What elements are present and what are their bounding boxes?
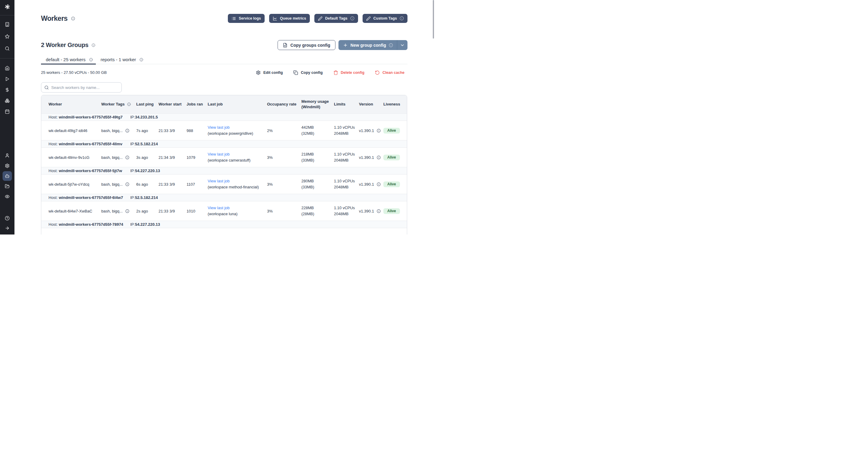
memory-total: 218MB [301,151,314,157]
sidebar-item-settings[interactable] [5,163,10,168]
occupancy-rate: 2% [267,128,301,133]
host-ip: IP:34.233.201.5 [130,115,158,119]
queue-metrics-button[interactable]: Queue metrics [269,14,310,23]
version-info[interactable] [377,156,381,159]
version-info[interactable] [377,129,381,133]
delete-config-button[interactable]: Delete config [333,70,365,75]
memory-usage: 228MB(28MB) [301,205,334,217]
column-header: Liveness [383,101,407,107]
worker-tags: bash, bigq... [101,209,136,213]
button-label: Service logs [239,16,261,21]
view-last-job-link[interactable]: View last job [208,206,230,210]
boxes-icon [5,98,10,103]
tab-reports[interactable]: reports - 1 worker [96,57,147,64]
sidebar-item-home[interactable] [5,66,10,70]
edit-config-button[interactable]: Edit config [256,70,283,75]
star-icon [5,34,10,39]
limits: 1.10 vCPUs2048MB [334,151,359,163]
worker-tags-text: bash, bigq... [101,128,123,133]
sidebar-item-resources[interactable] [5,98,10,103]
worker-tags-info[interactable] [125,129,129,133]
sidebar-item-folders[interactable] [5,184,10,189]
groups-header: 2 Worker GroupsCopy groups configNew gro… [41,40,407,50]
tab-default[interactable]: default - 25 workers [41,57,96,64]
host-ip: IP:52.5.182.214 [130,142,158,146]
copy-config-button[interactable]: Copy config [293,70,322,75]
column-label: Jobs ran [187,101,203,107]
version-info[interactable] [377,209,381,213]
tab-info[interactable] [140,58,143,61]
tab-label: default - 25 workers [46,57,86,62]
host-row: Host: windmill-workers-67757d55f-78974IP… [41,221,407,228]
worker-name: wk-default-5jt7w-oYdcq [49,182,101,187]
view-last-job-link[interactable]: View last job [208,179,230,183]
sidebar-item-users[interactable] [5,153,10,158]
info-icon [377,209,381,213]
host-ip-value: 54.227.220.13 [135,168,160,173]
column-label: Last ping [136,101,154,107]
sidebar-item-variables[interactable] [5,87,10,92]
button-label: Default Tags [325,16,347,21]
column-label: Limits [334,101,345,107]
page-header: WorkersService logsQueue metricsDefault … [41,14,407,23]
view-last-job-link[interactable]: View last job [208,125,230,130]
action-label: Clean cache [382,70,404,75]
limit-memory: 2048MB [334,211,355,217]
column-label: Worker start [158,101,181,107]
clean-cache-button[interactable]: Clean cache [375,70,404,75]
limit-vcpus: 1.10 vCPUs [334,178,355,184]
sidebar-item-favorites[interactable] [5,34,10,39]
sidebar-item-schedules[interactable] [5,109,10,114]
sidebar-item-audit-logs[interactable] [5,194,10,199]
service-logs-button[interactable]: Service logs [228,14,265,23]
tab-info[interactable] [89,58,93,61]
version-info[interactable] [377,182,381,186]
jobs-ran: 1107 [187,182,208,187]
column-header: Worker Tags [101,101,136,107]
sidebar-item-expand-sidebar[interactable] [5,226,10,230]
sidebar-item-help[interactable] [5,216,10,221]
column-label: Liveness [383,101,400,107]
tab-label: reports - 1 worker [101,57,136,62]
limit-memory: 2048MB [334,184,355,190]
column-header: Limits [334,101,359,107]
copy-groups-config-button[interactable]: Copy groups config [278,40,336,50]
default-tags-button[interactable]: Default Tags [314,14,358,23]
worker-start: 21:33 3/9 [158,182,187,187]
host-row: Host: windmill-workers-67757d55f-6l4w7IP… [41,194,407,201]
liveness: Alive [383,128,407,133]
new-group-config-button[interactable]: New group config [338,40,407,50]
info-icon [377,129,381,133]
last-ping: 6s ago [136,182,158,187]
column-info[interactable] [127,102,131,106]
column-header: Jobs ran [187,101,208,107]
sidebar-item-workspace[interactable] [5,22,10,27]
new-group-config-caret[interactable] [397,40,407,50]
limits: 1.10 vCPUs2048MB [334,178,359,190]
last-job-workspace: (workspace luna) [208,212,238,216]
sidebar-item-workers[interactable] [5,174,10,179]
column-header: Worker [49,101,101,107]
column-header: Occupancy rate [267,101,301,107]
sidebar-item-runs[interactable] [5,76,10,82]
worker-tags-info[interactable] [125,156,129,159]
custom-tags-button[interactable]: Custom Tags [363,14,407,23]
search-workers-input[interactable] [51,85,119,90]
worker-tags-info[interactable] [125,182,129,186]
worker-tags-info[interactable] [125,209,129,213]
scrollbar-thumb[interactable] [433,0,434,39]
action-label: Delete config [341,70,365,75]
column-label: Version [359,101,373,107]
sidebar-item-search[interactable] [5,46,10,51]
page-title-info[interactable] [71,17,75,21]
last-job: View last job(workspace camerastuff) [208,151,267,163]
sidebar-divider [0,58,14,59]
liveness-badge: Alive [383,208,400,214]
view-last-job-link[interactable]: View last job [208,152,230,156]
play-icon [5,76,10,82]
worker-groups-info[interactable] [92,43,95,47]
host-ip-value: 52.5.182.214 [135,195,158,200]
arrow-right-icon [5,226,10,230]
windmill-logo-button[interactable] [4,4,10,10]
jobs-ran: 988 [187,128,208,133]
